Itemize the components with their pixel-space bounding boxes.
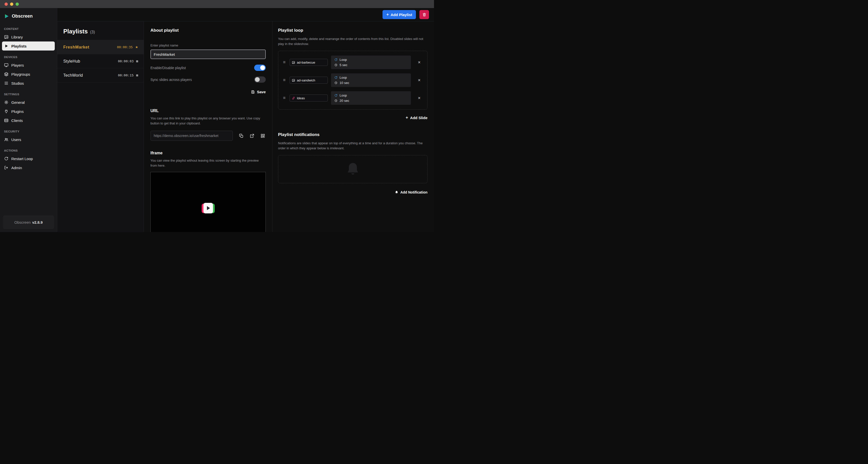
- about-title: About playlist: [150, 28, 266, 33]
- playlists-count: (3): [90, 30, 95, 34]
- gear-icon: [4, 100, 8, 105]
- clock-icon: [334, 81, 338, 84]
- sidebar-item-label: Restart Loop: [11, 156, 33, 161]
- slide-name-input[interactable]: Ideas: [289, 94, 328, 102]
- obscreen-logo-icon: [4, 13, 9, 19]
- enable-playlist-toggle[interactable]: [254, 65, 266, 71]
- slide-name-text: Ideas: [297, 96, 305, 100]
- minimize-window-button[interactable]: [10, 2, 13, 6]
- remove-slide-icon[interactable]: ✕: [418, 60, 421, 64]
- slide-meta[interactable]: Loop 20 sec: [331, 91, 411, 105]
- playlist-url-input[interactable]: [150, 131, 233, 141]
- drag-handle-icon[interactable]: ≡: [282, 78, 286, 83]
- playlist-name-input[interactable]: [150, 50, 266, 59]
- drag-handle-icon[interactable]: ≡: [282, 60, 286, 65]
- sidebar-item-playgroups[interactable]: Playgroups: [0, 69, 57, 79]
- slide-row-ideas: ≡ Ideas Loop: [282, 90, 424, 106]
- sync-slides-toggle[interactable]: [254, 77, 266, 83]
- app-window: Obscreen CONTENT Library Playlists DEVIC…: [0, 0, 434, 232]
- sidebar-item-studios[interactable]: Studios: [0, 79, 57, 88]
- iframe-title: Iframe: [150, 151, 266, 155]
- slide-mode: Loop: [340, 93, 347, 97]
- sidebar-item-label: Library: [11, 35, 23, 39]
- close-window-button[interactable]: [4, 2, 8, 6]
- enable-toggle-label: Enable/Disable playlist: [150, 66, 186, 70]
- url-description: You can use this link to play this playl…: [150, 116, 266, 126]
- sync-toggle-label: Sync slides across players: [150, 78, 192, 82]
- zoom-window-button[interactable]: [16, 2, 19, 6]
- section-label-devices: DEVICES: [4, 56, 53, 59]
- sidebar-item-admin[interactable]: Admin: [0, 163, 57, 172]
- notifications-title: Playlist notifications: [278, 132, 428, 137]
- plus-icon: +: [406, 115, 408, 120]
- slide-name-input[interactable]: ad-sandwich: [289, 77, 328, 84]
- plus-icon: +: [386, 12, 389, 17]
- remove-slide-icon[interactable]: ✕: [418, 78, 421, 82]
- sidebar-item-label: Studios: [11, 81, 24, 85]
- slide-name-text: ad-sandwich: [297, 79, 315, 82]
- add-notification-button[interactable]: Add Notification: [395, 190, 428, 194]
- monitor-icon: [4, 63, 8, 67]
- playlist-row-techworld[interactable]: TechWorld 00:00:15: [57, 68, 144, 82]
- sidebar-item-label: General: [11, 100, 25, 105]
- add-slide-button[interactable]: + Add Slide: [406, 115, 428, 120]
- sidebar-item-plugins[interactable]: Plugins: [0, 107, 57, 116]
- playlist-duration: 00:00:35: [117, 45, 133, 49]
- sidebar-item-restart-loop[interactable]: Restart Loop: [0, 154, 57, 163]
- users-icon: [4, 137, 8, 142]
- play-icon: [207, 206, 210, 210]
- drag-handle-icon[interactable]: ≡: [282, 95, 286, 100]
- sidebar-item-playlists[interactable]: Playlists: [2, 41, 55, 51]
- save-label: Save: [257, 90, 266, 94]
- clock-icon: [334, 63, 338, 67]
- loop-mode-icon: [334, 76, 338, 79]
- section-label-settings: SETTINGS: [4, 93, 53, 96]
- playlist-loop-panel: Playlist loop You can add, modify, delet…: [273, 21, 434, 232]
- bell-icon: [345, 162, 361, 177]
- playlist-preview-iframe[interactable]: [150, 172, 266, 232]
- playlist-row-stylehub[interactable]: StyleHub 00:00:03: [57, 54, 144, 68]
- playlist-row-freshmarket[interactable]: FreshMarket 00:00:35 ★: [57, 40, 144, 54]
- slides-container: ≡ ad-barbecue Loop: [278, 51, 428, 110]
- app-logo-text: Obscreen: [12, 13, 33, 19]
- external-link-icon[interactable]: [250, 134, 254, 138]
- slide-meta[interactable]: Loop 5 sec: [331, 56, 411, 69]
- playlist-name: FreshMarket: [63, 45, 89, 50]
- plug-icon: [4, 109, 8, 114]
- save-icon: [251, 90, 255, 94]
- section-label-content: CONTENT: [4, 27, 53, 30]
- slide-duration: 20 sec: [340, 99, 349, 103]
- slide-row-ad-barbecue: ≡ ad-barbecue Loop: [282, 54, 424, 70]
- bell-icon: [395, 191, 398, 194]
- loop-mode-icon: [334, 94, 338, 97]
- add-playlist-button[interactable]: + Add Playlist: [382, 10, 416, 19]
- slide-name-input[interactable]: ad-barbecue: [289, 59, 328, 66]
- slide-meta[interactable]: Loop 10 sec: [331, 74, 411, 87]
- sidebar-item-label: Users: [11, 138, 21, 142]
- slide-name-text: ad-barbecue: [297, 61, 315, 64]
- clock-icon: [334, 99, 338, 102]
- stop-icon: [136, 60, 138, 62]
- url-title: URL: [150, 109, 266, 113]
- sign-out-icon: [4, 165, 8, 170]
- save-button[interactable]: Save: [251, 90, 266, 94]
- logo-white-square: [204, 203, 213, 213]
- section-label-security: SECURITY: [4, 130, 53, 133]
- loop-mode-icon: [334, 58, 338, 61]
- slide-duration: 5 sec: [340, 63, 347, 67]
- sidebar-item-label: Admin: [11, 166, 22, 170]
- play-icon: [4, 44, 8, 48]
- delete-playlist-button[interactable]: [420, 10, 429, 19]
- remove-slide-icon[interactable]: ✕: [418, 96, 421, 100]
- macos-titlebar: [0, 0, 434, 8]
- sidebar-item-general[interactable]: General: [0, 98, 57, 107]
- playlist-name: TechWorld: [63, 73, 83, 78]
- sidebar-item-library[interactable]: Library: [0, 32, 57, 41]
- sidebar-item-players[interactable]: Players: [0, 61, 57, 69]
- sidebar-item-users[interactable]: Users: [0, 135, 57, 144]
- qr-code-icon[interactable]: [260, 134, 265, 138]
- copy-icon[interactable]: [239, 134, 244, 138]
- image-icon: [292, 61, 295, 64]
- sidebar-item-clients[interactable]: Clients: [0, 116, 57, 125]
- slide-mode: Loop: [340, 58, 347, 62]
